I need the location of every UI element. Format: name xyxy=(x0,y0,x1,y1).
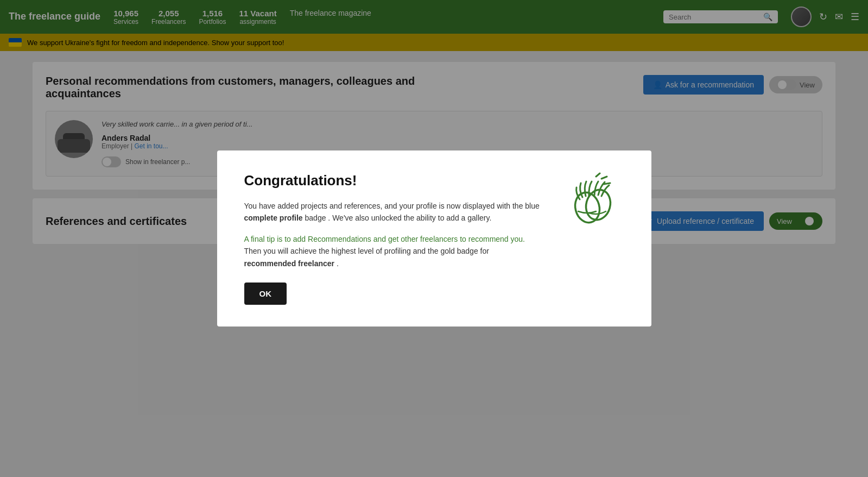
modal-icon xyxy=(559,172,624,227)
clapping-hands-icon xyxy=(565,172,619,227)
modal: Congratulations! You have added projects… xyxy=(217,150,651,255)
modal-title: Congratulations! xyxy=(244,172,543,189)
modal-overlay[interactable]: Congratulations! You have added projects… xyxy=(0,0,868,255)
svg-line-0 xyxy=(596,173,600,177)
modal-paragraph2: A final tip is to add Recommendations an… xyxy=(244,233,543,255)
modal-paragraph1: You have added projects and references, … xyxy=(244,200,543,224)
modal-green-text: A final tip is to add Recommendations an… xyxy=(244,235,525,243)
modal-body: Congratulations! You have added projects… xyxy=(244,172,543,255)
svg-line-1 xyxy=(601,177,607,179)
